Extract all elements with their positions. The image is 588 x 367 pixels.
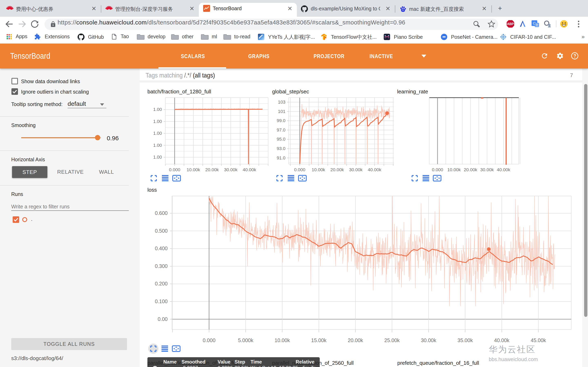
svg-text:30.00k: 30.00k [480, 167, 494, 172]
svg-text:0.00: 0.00 [158, 316, 168, 322]
svg-text:1.00: 1.00 [153, 107, 162, 112]
svg-text:0.600: 0.600 [155, 210, 168, 216]
svg-text:91.0: 91.0 [277, 155, 285, 160]
svg-text:learning_rate: learning_rate [397, 89, 428, 95]
svg-text:prefetch_queue/fraction_of_16_: prefetch_queue/fraction_of_16_full [397, 360, 479, 366]
svg-text:30.00k: 30.00k [224, 167, 238, 172]
svg-text:global_step/sec: global_step/sec [272, 89, 309, 95]
svg-text:95.0: 95.0 [277, 137, 285, 142]
svg-text:du: du [402, 9, 404, 11]
svg-text:0.100: 0.100 [155, 299, 168, 304]
svg-text:5.000k: 5.000k [238, 337, 254, 343]
svg-text:ABP: ABP [507, 22, 514, 26]
svg-text:0.000: 0.000 [294, 167, 305, 172]
svg-text:20.00k: 20.00k [464, 167, 477, 172]
svg-text:40.00k: 40.00k [243, 167, 256, 172]
svg-text:99.0: 99.0 [277, 118, 285, 123]
svg-text:35.00k: 35.00k [458, 337, 473, 343]
svg-text:101: 101 [278, 109, 285, 114]
svg-text:1.00: 1.00 [153, 155, 162, 160]
svg-text:1.00: 1.00 [153, 143, 162, 148]
svg-text:1.00: 1.00 [153, 119, 162, 124]
svg-text:45.00k: 45.00k [531, 337, 546, 343]
svg-text:loss: loss [147, 187, 157, 193]
svg-text:1.00: 1.00 [153, 131, 162, 136]
svg-text:10.00k: 10.00k [187, 167, 200, 172]
svg-text:20.00k: 20.00k [348, 337, 363, 343]
svg-text:40.00k: 40.00k [368, 167, 381, 172]
svg-text:40.00k: 40.00k [494, 337, 510, 343]
svg-text:0.000: 0.000 [203, 337, 216, 343]
svg-text:batch/fraction_of_1280_full: batch/fraction_of_1280_full [147, 89, 211, 95]
svg-text:0.300: 0.300 [155, 263, 168, 269]
svg-text:15.00k: 15.00k [311, 337, 327, 343]
svg-text:文: 文 [535, 23, 539, 27]
svg-text:25.00k: 25.00k [384, 337, 400, 343]
svg-text:93.0: 93.0 [277, 146, 285, 151]
svg-text:103: 103 [278, 100, 285, 105]
svg-text:10.00k: 10.00k [312, 167, 325, 172]
svg-text:0.200: 0.200 [155, 281, 168, 286]
svg-text:20.00k: 20.00k [330, 167, 344, 172]
svg-text:0.000: 0.000 [432, 167, 443, 172]
svg-text:0.000: 0.000 [169, 167, 180, 172]
svg-text:0.500: 0.500 [155, 228, 168, 234]
svg-text:30.00k: 30.00k [421, 337, 437, 343]
svg-text:20.00k: 20.00k [205, 167, 219, 172]
svg-text:97.0: 97.0 [277, 127, 285, 133]
svg-text:10.00k: 10.00k [447, 167, 461, 172]
svg-text:40.00k: 40.00k [497, 167, 510, 172]
svg-text:10.00k: 10.00k [275, 337, 290, 343]
svg-text:30.00k: 30.00k [349, 167, 363, 172]
svg-text:0.400: 0.400 [155, 245, 168, 251]
